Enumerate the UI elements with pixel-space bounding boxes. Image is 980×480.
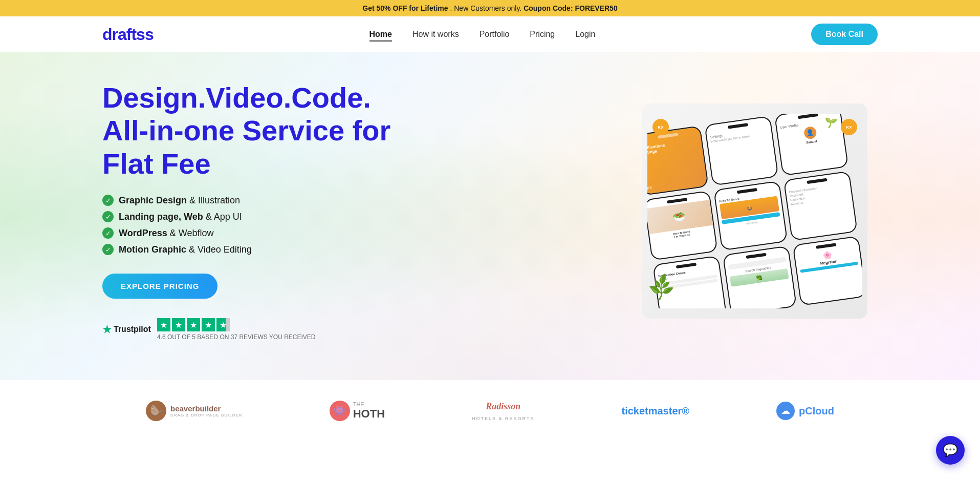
trustpilot-star-icon: ★ <box>102 323 112 336</box>
check-icon-1: ✓ <box>102 195 114 206</box>
book-call-button[interactable]: Book Call <box>811 24 878 45</box>
nav-link-pricing[interactable]: Pricing <box>530 30 555 38</box>
stars-container: ★ ★ ★ ★ ★ <box>157 318 316 331</box>
logos-section: 🦫 beaverbuilder Drag & Drop Page Builder… <box>0 380 980 442</box>
phone-mockup-4: 🥗 Here To ServeFor Your Life <box>647 191 718 261</box>
logo-pcloud: ☁ pCloud <box>776 402 834 420</box>
star-1: ★ <box>157 318 170 331</box>
logo-radisson: Radisson Hotels & Resorts <box>472 401 534 421</box>
feature-graphic-design: ✓ Graphic Design & Illustration <box>102 195 420 206</box>
phone-mockup-1: Notifications Settings KX <box>647 126 709 196</box>
nav-item-home[interactable]: Home <box>369 30 392 39</box>
phone-mockup-9: 🌸 Register <box>792 236 862 306</box>
beaverbuilder-text: beaverbuilder <box>170 404 243 413</box>
nav-link-home[interactable]: Home <box>369 30 392 41</box>
nav-link-how-it-works[interactable]: How it works <box>412 30 459 38</box>
logo-thehoth: 👾 THE HOTH <box>330 401 385 421</box>
banner-text-prefix: Get 50% OFF for Lifetime <box>362 4 448 12</box>
star-3: ★ <box>187 318 200 331</box>
phones-grid: Notifications Settings KX Settings What … <box>647 114 862 308</box>
check-icon-4: ✓ <box>102 244 114 255</box>
radisson-text: Radisson <box>486 401 520 412</box>
feature-landing-page: ✓ Landing page, Web & App UI <box>102 211 420 222</box>
hero-features-list: ✓ Graphic Design & Illustration ✓ Landin… <box>102 195 420 255</box>
top-banner: Get 50% OFF for Lifetime . New Customers… <box>0 0 980 16</box>
pcloud-icon: ☁ <box>776 402 795 420</box>
radisson-sub: Hotels & Resorts <box>472 416 534 421</box>
hero-section: Design.Video.Code. All-in-one Service fo… <box>0 52 980 380</box>
feature-motion-graphic: ✓ Motion Graphic & Video Editing <box>102 244 420 255</box>
kx-badge-topleft: KX <box>652 119 669 135</box>
logo[interactable]: draftss <box>102 25 154 44</box>
feature-wordpress: ✓ WordPress & Webflow <box>102 227 420 239</box>
pcloud-text: pCloud <box>799 405 834 417</box>
hoth-main-text: HOTH <box>353 407 385 420</box>
chat-icon: 💬 <box>943 443 958 457</box>
logo-beaverbuilder: 🦫 beaverbuilder Drag & Drop Page Builder <box>146 401 243 421</box>
nav-link-portfolio[interactable]: Portfolio <box>480 30 510 38</box>
hero-title: Design.Video.Code. All-in-one Service fo… <box>102 81 420 180</box>
banner-text-middle: . New Customers only. <box>450 4 524 12</box>
logo-ticketmaster: ticketmaster® <box>621 405 689 417</box>
hoth-icon: 👾 <box>330 401 350 421</box>
star-5-half: ★ <box>216 318 230 331</box>
ticketmaster-text: ticketmaster® <box>621 405 689 417</box>
trustpilot-rating: 4.6 OUT OF 5 BASED ON 37 REVIEWS YOU REC… <box>157 333 316 341</box>
beaverbuilder-icon: 🦫 <box>146 401 166 421</box>
navbar: draftss Home How it works Portfolio Pric… <box>0 16 980 52</box>
chat-bubble-button[interactable]: 💬 <box>936 436 965 465</box>
phone-mockup-6: Personal Information Password Notificati… <box>783 171 858 241</box>
check-icon-2: ✓ <box>102 211 114 222</box>
nav-link-login[interactable]: Login <box>575 30 595 38</box>
trustpilot-label: Trustpilot <box>114 325 151 334</box>
banner-coupon: Coupon Code: FOREVER50 <box>524 4 618 12</box>
trustpilot-logo: ★ Trustpilot <box>102 323 151 336</box>
kx-badge-topright: KX <box>841 119 857 135</box>
star-2: ★ <box>172 318 185 331</box>
phone-mockup-3: User Profile 👤 Samuel <box>774 114 848 176</box>
hero-content: Design.Video.Code. All-in-one Service fo… <box>102 81 420 341</box>
phone-mockups-container: KX KX Notifications Settings KX <box>642 103 867 319</box>
trustpilot-widget: ★ Trustpilot ★ ★ ★ ★ ★ 4.6 OUT OF 5 BASE… <box>102 318 420 341</box>
nav-item-how-it-works[interactable]: How it works <box>412 30 459 39</box>
nav-item-login[interactable]: Login <box>575 30 595 39</box>
phone-mockup-5: Here To Serve 🍲 Add to cart <box>713 181 788 251</box>
check-icon-3: ✓ <box>102 227 114 239</box>
star-4: ★ <box>202 318 215 331</box>
nav-item-pricing[interactable]: Pricing <box>530 30 555 39</box>
nav-links: Home How it works Portfolio Pricing Logi… <box>369 30 596 39</box>
nav-item-portfolio[interactable]: Portfolio <box>480 30 510 39</box>
explore-pricing-button[interactable]: EXPLORE PRICING <box>102 274 217 299</box>
hoth-the-text: THE <box>353 402 385 407</box>
phone-mockup-8: Search Vegetables 🥦 <box>723 245 797 308</box>
hero-image: KX KX Notifications Settings KX <box>642 103 878 319</box>
phone-mockup-2: Settings What would you like to have? <box>704 116 778 186</box>
beaverbuilder-sub: Drag & Drop Page Builder <box>170 413 243 418</box>
